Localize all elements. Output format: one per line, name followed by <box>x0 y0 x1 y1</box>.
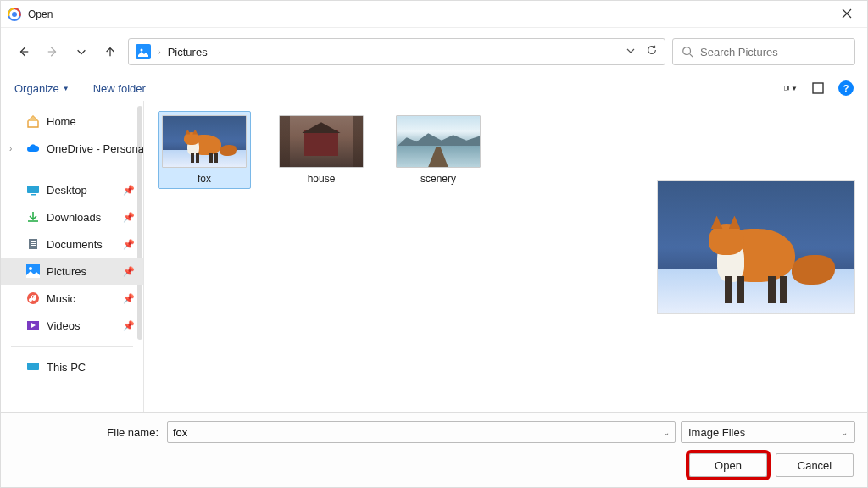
arrow-right-icon <box>47 46 58 58</box>
video-icon <box>26 319 40 332</box>
svg-rect-8 <box>27 186 39 193</box>
chevron-right-icon[interactable]: › <box>9 144 12 153</box>
address-right <box>626 44 658 59</box>
svg-rect-18 <box>27 363 39 370</box>
caret-down-icon: ▼ <box>63 85 70 92</box>
sidebar-item-pictures[interactable]: Pictures 📌 <box>1 258 143 285</box>
preview-pane-button[interactable] <box>811 81 825 95</box>
cloud-icon <box>26 141 40 155</box>
forward-button[interactable] <box>42 41 64 63</box>
sidebar-item-music[interactable]: Music 📌 <box>1 285 143 312</box>
pictures-icon <box>136 44 151 59</box>
svg-point-3 <box>141 49 143 52</box>
file-list[interactable]: fox house scenery <box>144 101 652 412</box>
address-bar[interactable]: › Pictures <box>128 38 665 65</box>
chevron-down-icon <box>626 46 636 56</box>
sidebar-label: Pictures <box>47 265 86 278</box>
filename-row: File name: ⌄ Image Files ⌄ <box>13 421 855 443</box>
open-button[interactable]: Open <box>689 453 767 477</box>
sidebar-label: Music <box>47 292 75 305</box>
back-button[interactable] <box>13 41 35 63</box>
sidebar-label: Downloads <box>47 211 101 224</box>
desktop-icon <box>26 183 40 197</box>
organize-menu[interactable]: Organize ▼ <box>14 82 70 95</box>
pin-icon: 📌 <box>123 212 135 223</box>
sidebar-item-downloads[interactable]: Downloads 📌 <box>1 203 143 230</box>
arrow-up-icon <box>104 46 116 58</box>
breadcrumb-sep-icon: › <box>158 47 161 57</box>
music-icon <box>26 291 40 305</box>
file-label: house <box>308 173 336 185</box>
file-tile-fox[interactable]: fox <box>158 111 251 189</box>
thumbnail <box>279 115 364 168</box>
pin-icon: 📌 <box>123 320 135 331</box>
recent-button[interactable] <box>70 41 92 63</box>
file-type-filter[interactable]: Image Files ⌄ <box>681 421 855 443</box>
filename-input-wrapper[interactable]: ⌄ <box>167 421 676 443</box>
window-title: Open <box>28 8 53 20</box>
filename-input[interactable] <box>173 426 663 439</box>
filter-label: Image Files <box>688 426 745 439</box>
close-button[interactable] <box>835 4 859 25</box>
sidebar-label: This PC <box>47 361 86 374</box>
file-label: fox <box>198 173 211 185</box>
home-icon <box>26 114 40 128</box>
toolbar: Organize ▼ New folder ▼ ? <box>1 75 867 101</box>
pictures-icon <box>26 264 40 278</box>
organize-label: Organize <box>14 82 59 95</box>
new-folder-button[interactable]: New folder <box>93 82 146 95</box>
sidebar-item-desktop[interactable]: Desktop 📌 <box>1 176 143 203</box>
file-tile-house[interactable]: house <box>275 111 368 189</box>
titlebar: Open <box>1 1 867 28</box>
nav-row: › Pictures <box>1 28 867 75</box>
pin-icon: 📌 <box>123 185 135 196</box>
search-input[interactable] <box>700 46 846 58</box>
sidebar-label: OneDrive - Personal <box>47 142 143 155</box>
arrow-left-icon <box>18 46 30 58</box>
button-row: Open Cancel <box>13 453 855 477</box>
caret-down-icon: ▼ <box>791 85 798 92</box>
titlebar-left: Open <box>8 8 53 21</box>
sidebar-item-videos[interactable]: Videos 📌 <box>1 312 143 339</box>
sidebar-separator <box>11 169 133 169</box>
chevron-down-icon <box>75 46 87 58</box>
close-icon <box>842 8 852 19</box>
file-pane: fox house scenery <box>144 101 867 412</box>
svg-point-1 <box>12 12 17 17</box>
search-box[interactable] <box>672 38 855 65</box>
file-label: scenery <box>420 173 456 185</box>
breadcrumb-current[interactable]: Pictures <box>168 46 208 58</box>
file-tile-scenery[interactable]: scenery <box>392 111 485 189</box>
pc-icon <box>26 360 40 374</box>
help-button[interactable]: ? <box>838 80 854 96</box>
document-icon <box>26 237 40 251</box>
sidebar-item-thispc[interactable]: This PC <box>1 353 143 380</box>
address-dropdown[interactable] <box>626 44 636 59</box>
view-mode-button[interactable]: ▼ <box>784 81 798 95</box>
sidebar: Home › OneDrive - Personal Desktop 📌 Dow… <box>1 101 143 412</box>
svg-rect-11 <box>31 241 36 242</box>
refresh-button[interactable] <box>646 44 658 59</box>
sidebar-label: Documents <box>47 238 103 251</box>
filename-dropdown[interactable]: ⌄ <box>663 428 670 437</box>
sidebar-item-home[interactable]: Home <box>1 108 143 135</box>
sidebar-separator <box>11 346 133 347</box>
app-icon <box>8 8 21 21</box>
sidebar-label: Home <box>47 115 76 128</box>
cancel-button[interactable]: Cancel <box>776 453 854 477</box>
main: Home › OneDrive - Personal Desktop 📌 Dow… <box>1 101 867 412</box>
svg-point-4 <box>683 47 691 55</box>
sidebar-label: Desktop <box>47 184 87 197</box>
svg-point-15 <box>29 267 32 270</box>
sidebar-item-documents[interactable]: Documents 📌 <box>1 230 143 258</box>
up-button[interactable] <box>99 41 121 63</box>
pin-icon: 📌 <box>123 266 135 277</box>
chevron-down-icon: ⌄ <box>841 428 848 437</box>
preview-pane <box>652 101 867 412</box>
pin-icon: 📌 <box>123 293 135 304</box>
refresh-icon <box>646 44 658 56</box>
sidebar-item-onedrive[interactable]: › OneDrive - Personal <box>1 135 143 162</box>
footer: File name: ⌄ Image Files ⌄ Open Cancel <box>1 412 867 487</box>
preview-image <box>657 180 855 314</box>
svg-rect-5 <box>784 86 787 91</box>
